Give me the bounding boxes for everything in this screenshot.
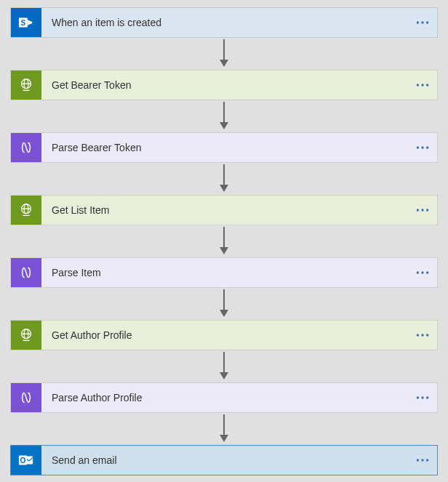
json-braces-icon [11,258,41,287]
flow-step-parse-item[interactable]: Parse Item [10,257,438,288]
step-label: Parse Author Profile [41,383,408,412]
svg-point-42 [417,334,419,336]
svg-point-20 [426,146,428,148]
svg-point-50 [426,396,428,398]
flow-arrow [10,350,438,382]
step-menu-button[interactable] [408,8,437,37]
svg-text:O: O [20,457,25,465]
svg-point-5 [426,21,428,23]
globe-icon [11,196,41,225]
step-menu-button[interactable] [408,258,437,287]
flow-arrow [10,288,438,320]
svg-point-18 [417,146,419,148]
json-braces-icon [11,133,41,162]
flow-arrow [10,163,438,195]
svg-point-29 [426,209,428,211]
svg-marker-7 [220,60,228,67]
outlook-icon: O [11,446,41,475]
step-menu-button[interactable] [408,321,437,350]
flow-step-parse-author-profile[interactable]: Parse Author Profile [10,382,438,413]
svg-line-32 [25,269,28,277]
svg-point-43 [421,334,423,336]
svg-point-27 [417,209,419,211]
step-menu-button[interactable] [408,71,437,100]
svg-point-35 [426,271,428,273]
svg-text:S: S [21,19,26,27]
flow-step-get-bearer-token[interactable]: Get Bearer Token [10,70,438,100]
svg-marker-16 [220,122,228,129]
svg-point-57 [421,459,423,461]
flow-step-get-author-profile[interactable]: Get Author Profile [10,320,438,350]
flow-arrow [10,100,438,132]
flow-arrow [10,225,438,257]
step-label: Parse Bearer Token [41,133,408,162]
step-menu-button[interactable] [408,133,437,162]
step-menu-button[interactable] [408,196,437,225]
svg-point-14 [426,84,428,86]
svg-point-56 [417,459,419,461]
step-label: Send an email [41,446,408,475]
flow-arrow [10,38,438,70]
svg-point-19 [421,146,423,148]
svg-marker-22 [220,185,228,192]
flow-step-send-email[interactable]: O Send an email [10,445,438,475]
step-menu-button[interactable] [408,446,437,475]
sharepoint-icon: S [11,8,41,37]
flow-arrow [10,413,438,445]
svg-point-58 [426,459,428,461]
svg-point-28 [421,209,423,211]
flow-step-trigger[interactable]: S When an item is created [10,7,438,38]
svg-point-3 [417,21,419,23]
step-label: Get Author Profile [41,321,408,350]
svg-marker-52 [220,435,228,442]
svg-line-17 [25,144,28,152]
flow-step-parse-bearer-token[interactable]: Parse Bearer Token [10,132,438,163]
svg-point-12 [417,84,419,86]
svg-marker-2 [28,20,32,25]
svg-point-13 [421,84,423,86]
step-label: Get List Item [41,196,408,225]
svg-point-4 [421,21,423,23]
svg-point-49 [421,396,423,398]
json-braces-icon [11,383,41,412]
step-label: Get Bearer Token [41,71,408,100]
globe-icon [11,71,41,100]
step-label: When an item is created [41,8,408,37]
flow-step-get-list-item[interactable]: Get List Item [10,195,438,225]
svg-point-44 [426,334,428,336]
step-menu-button[interactable] [408,383,437,412]
svg-line-47 [25,394,28,402]
svg-marker-31 [220,247,228,254]
svg-point-34 [421,271,423,273]
svg-marker-46 [220,372,228,379]
svg-point-33 [417,271,419,273]
svg-point-48 [417,396,419,398]
step-label: Parse Item [41,258,408,287]
svg-marker-37 [220,310,228,317]
globe-icon [11,321,41,350]
